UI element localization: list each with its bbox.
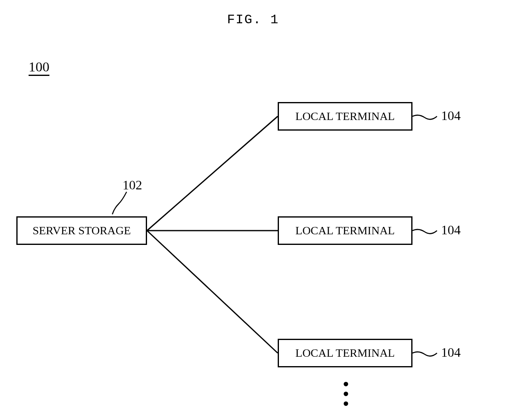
ref-number-104-2: 104 [441, 222, 461, 238]
local-terminal-box-3: LOCAL TERMINAL [278, 339, 412, 367]
connector-lines [0, 0, 506, 420]
svg-line-2 [147, 231, 278, 353]
svg-line-0 [147, 116, 278, 231]
local-terminal-label-1: LOCAL TERMINAL [295, 110, 395, 123]
system-number: 100 [29, 59, 49, 75]
server-storage-label: SERVER STORAGE [33, 224, 131, 237]
figure-title: FIG. 1 [227, 12, 279, 27]
server-storage-box: SERVER STORAGE [16, 216, 147, 245]
local-terminal-label-2: LOCAL TERMINAL [295, 224, 395, 237]
ellipsis-icon: ••• [343, 380, 349, 409]
local-terminal-box-1: LOCAL TERMINAL [278, 102, 412, 131]
local-terminal-box-2: LOCAL TERMINAL [278, 216, 412, 245]
ref-number-104-1: 104 [441, 108, 461, 123]
local-terminal-label-3: LOCAL TERMINAL [295, 347, 395, 360]
ref-number-102: 102 [123, 178, 142, 193]
ref-number-104-3: 104 [441, 345, 461, 360]
